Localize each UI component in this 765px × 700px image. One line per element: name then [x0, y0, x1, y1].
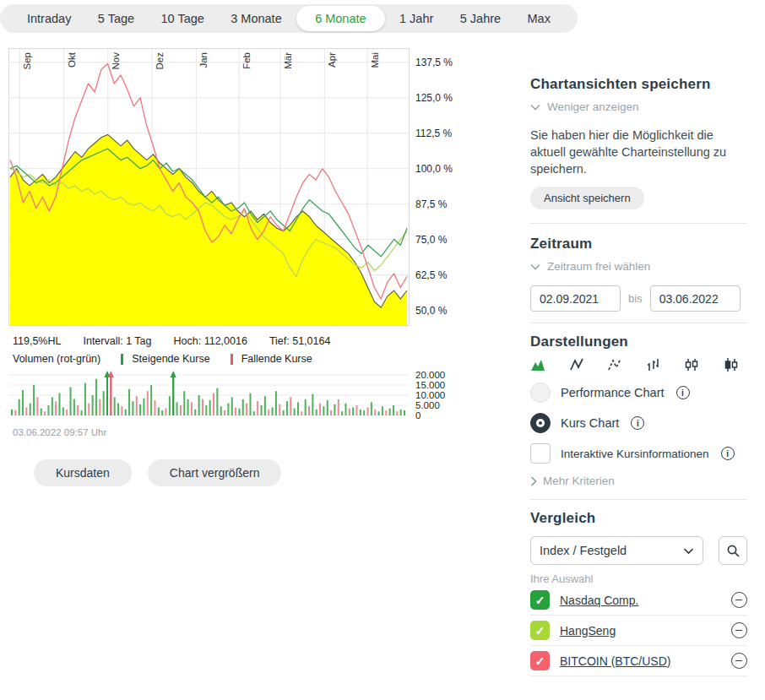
- selection-row: ✓HangSeng: [530, 616, 747, 646]
- performance-chart-radio[interactable]: [530, 383, 551, 403]
- sidebar: Chartansichten speichern Weniger anzeige…: [530, 76, 747, 676]
- chart-info-line: 119,5%HL Intervall: 1 Tag Hoch: 112,0016…: [13, 335, 481, 347]
- save-view-title: Chartansichten speichern: [530, 76, 747, 93]
- bis-label: bis: [628, 292, 643, 305]
- zeitraum-frei-waehlen-label: Zeitraum frei wählen: [547, 260, 650, 273]
- page: Intraday5 Tage10 Tage3 Monate6 Monate1 J…: [0, 0, 765, 700]
- kurs-chart-option: Kurs Chart i: [530, 413, 747, 433]
- info-icon[interactable]: i: [676, 386, 690, 399]
- price-chart: 137,5 %125,0 %112,5 %100,0 %87,5 %75,0 %…: [8, 48, 469, 327]
- selection-row: ✓BITCOIN (BTC/USD): [530, 646, 747, 676]
- volume-legend-down: Fallende Kurse: [241, 353, 312, 365]
- svg-text:62,5 %: 62,5 %: [415, 269, 448, 281]
- zeitraum-frei-waehlen-link[interactable]: Zeitraum frei wählen: [530, 260, 747, 273]
- tab-5-jahre[interactable]: 5 Jahre: [448, 6, 513, 31]
- svg-text:Sep: Sep: [22, 52, 32, 69]
- divider: [530, 323, 747, 323]
- tab-3-monate[interactable]: 3 Monate: [219, 6, 293, 31]
- info-icon[interactable]: i: [721, 447, 735, 460]
- selection-checkbox[interactable]: ✓: [530, 621, 550, 640]
- svg-text:137,5 %: 137,5 %: [415, 57, 453, 68]
- time-range-tabs: Intraday5 Tage10 Tage3 Monate6 Monate1 J…: [0, 4, 578, 33]
- ansicht-speichern-button[interactable]: Ansicht speichern: [530, 187, 644, 209]
- kurs-chart-label: Kurs Chart: [561, 416, 619, 430]
- area-chart-icon[interactable]: [530, 357, 547, 372]
- selection-row: ✓Nasdaq Comp.: [530, 585, 747, 616]
- chevron-down-icon: [675, 547, 694, 555]
- vergleich-selection-list: ✓Nasdaq Comp.✓HangSeng✓BITCOIN (BTC/USD): [530, 585, 747, 676]
- remove-icon[interactable]: [731, 622, 747, 638]
- dashed-line-chart-icon[interactable]: [607, 357, 624, 372]
- tab-max[interactable]: Max: [516, 6, 562, 31]
- kursdaten-button[interactable]: Kursdaten: [34, 459, 132, 486]
- svg-text:15.000: 15.000: [415, 380, 445, 390]
- svg-text:112,5 %: 112,5 %: [415, 128, 452, 139]
- chart-hl-value: 119,5%HL: [13, 335, 61, 347]
- chart-panel: 137,5 %125,0 %112,5 %100,0 %87,5 %75,0 %…: [8, 48, 481, 486]
- volume-chart: 20.00015.00010.0005.0000: [8, 368, 469, 422]
- ohlc-bar-chart-icon[interactable]: [646, 357, 663, 372]
- tab-10-tage[interactable]: 10 Tage: [149, 6, 216, 31]
- remove-icon[interactable]: [731, 592, 747, 608]
- rising-bar-icon: [121, 354, 123, 365]
- falling-bar-icon: [231, 354, 233, 365]
- tab-intraday[interactable]: Intraday: [15, 6, 83, 31]
- date-range-row: bis: [530, 285, 747, 312]
- chart-timestamp: 03.06.2022 09:57 Uhr: [13, 427, 481, 437]
- mehr-kriterien-label: Mehr Kriterien: [543, 475, 615, 487]
- chart-type-icons: [530, 357, 740, 372]
- tab-1-jahr[interactable]: 1 Jahr: [388, 6, 445, 31]
- vergleich-controls: Index / Festgeld: [530, 536, 747, 565]
- candlestick-chart-icon[interactable]: [684, 357, 701, 372]
- svg-text:Mai: Mai: [370, 52, 380, 68]
- weniger-anzeigen-link[interactable]: Weniger anzeigen: [530, 100, 747, 113]
- svg-text:Jan: Jan: [198, 52, 209, 68]
- svg-text:87,5 %: 87,5 %: [415, 198, 448, 210]
- mehr-kriterien-link[interactable]: Mehr Kriterien: [530, 475, 747, 487]
- svg-text:20.000: 20.000: [415, 370, 445, 380]
- volume-legend-title: Volumen (rot-grün): [13, 353, 100, 365]
- svg-text:50,0 %: 50,0 %: [415, 305, 448, 317]
- chart-tief: Tief: 51,0164: [269, 335, 331, 347]
- date-to-input[interactable]: [650, 285, 741, 312]
- zeitraum-title: Zeitraum: [530, 236, 747, 252]
- divider: [530, 499, 747, 500]
- weniger-anzeigen-label: Weniger anzeigen: [547, 100, 639, 113]
- selection-checkbox[interactable]: ✓: [530, 590, 550, 610]
- svg-text:Okt: Okt: [67, 52, 77, 68]
- divider: [530, 223, 747, 224]
- svg-text:125,0 %: 125,0 %: [415, 92, 453, 104]
- svg-text:Mär: Mär: [283, 52, 293, 69]
- info-icon[interactable]: i: [631, 416, 644, 430]
- candlestick-filled-chart-icon[interactable]: [723, 357, 740, 372]
- date-from-input[interactable]: [530, 285, 621, 312]
- chevron-down-icon: [530, 104, 540, 111]
- interaktive-kursinformationen-checkbox[interactable]: [530, 443, 551, 464]
- vergleich-dropdown[interactable]: Index / Festgeld: [530, 536, 703, 565]
- selection-link[interactable]: BITCOIN (BTC/USD): [560, 654, 670, 668]
- svg-text:Feb: Feb: [241, 52, 252, 69]
- svg-text:Dez: Dez: [155, 52, 165, 70]
- volume-legend: Volumen (rot-grün) Steigende Kurse Falle…: [13, 353, 481, 365]
- search-button[interactable]: [719, 536, 747, 565]
- chevron-right-icon: [530, 476, 537, 486]
- tab-5-tage[interactable]: 5 Tage: [86, 6, 146, 31]
- svg-text:75,0 %: 75,0 %: [415, 234, 448, 246]
- tab-6-monate[interactable]: 6 Monate: [296, 6, 384, 31]
- svg-text:Nov: Nov: [111, 52, 121, 70]
- selection-checkbox[interactable]: ✓: [530, 651, 550, 670]
- remove-icon[interactable]: [731, 653, 747, 669]
- svg-text:Apr: Apr: [327, 52, 337, 68]
- performance-chart-label: Performance Chart: [561, 386, 665, 399]
- line-chart-icon[interactable]: [569, 357, 586, 372]
- chevron-down-icon: [530, 263, 540, 270]
- svg-text:0: 0: [415, 410, 420, 421]
- interaktive-kursinformationen-option: Interaktive Kursinformationen i: [530, 443, 747, 464]
- search-icon: [726, 544, 741, 558]
- chart-vergroessern-button[interactable]: Chart vergrößern: [148, 459, 282, 486]
- performance-chart-option: Performance Chart i: [530, 383, 747, 403]
- selection-link[interactable]: HangSeng: [560, 624, 616, 638]
- volume-legend-up: Steigende Kurse: [132, 353, 209, 365]
- selection-link[interactable]: Nasdaq Comp.: [560, 594, 638, 607]
- kurs-chart-radio[interactable]: [530, 413, 551, 433]
